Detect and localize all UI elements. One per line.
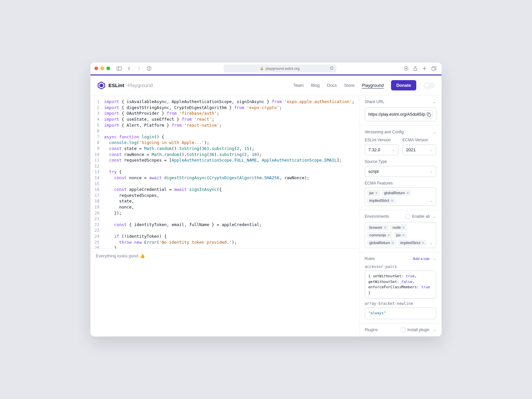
tabs-icon[interactable] (430, 65, 438, 72)
svg-marker-10 (99, 83, 103, 87)
privacy-shield-icon[interactable] (145, 65, 153, 72)
share-icon[interactable] (412, 65, 419, 72)
chevron-down-icon[interactable]: ⌄ (433, 130, 436, 134)
share-url-field[interactable]: https://play.eslint.org/A5do85Ip (365, 107, 436, 121)
remove-tag-icon[interactable]: ✕ (391, 241, 394, 245)
share-url-text: https://play.eslint.org/A5do85Ip (368, 112, 425, 117)
theme-toggle[interactable] (424, 82, 435, 88)
remove-tag-icon[interactable]: ✕ (402, 233, 405, 237)
chevron-down-icon[interactable]: ⌄ (433, 328, 436, 332)
source-type-label: Source Type (365, 159, 436, 164)
new-tab-icon[interactable] (421, 65, 428, 72)
sidebar-toggle-icon[interactable] (115, 65, 123, 72)
chevron-down-icon[interactable]: ⌄ (433, 214, 436, 219)
body: 1 2 3 4 5 6 7 8 9 10 11 12 13 14 15 16 1… (90, 95, 442, 336)
tag-node[interactable]: node ✕ (390, 224, 407, 230)
chevron-down-icon[interactable]: ⌄ (433, 99, 436, 104)
section-versioning: Versioning and Config ⌄ ESLint Version 7… (359, 126, 442, 210)
section-plugins: Plugins Install plugin ⌄ (359, 324, 442, 336)
config-sidebar: Share URL ⌄ https://play.eslint.org/A5do… (359, 95, 442, 336)
remove-tag-icon[interactable]: ✕ (391, 199, 393, 202)
environments-tagbox[interactable]: browser ✕node ✕commonjs ✕jsx ✕globalRetu… (365, 222, 436, 248)
install-plugin-checkbox[interactable]: Install plugin (401, 328, 430, 332)
rule-config[interactable]: { setWithoutGet: true, getWithoutSet: fa… (365, 271, 436, 299)
copy-icon[interactable] (425, 110, 433, 118)
back-button[interactable] (125, 65, 133, 72)
editor-pane: 1 2 3 4 5 6 7 8 9 10 11 12 13 14 15 16 1… (90, 95, 359, 336)
status-bar: Everything looks good 👍 (90, 248, 359, 263)
nav-link-docs[interactable]: Docs (327, 83, 337, 88)
rule-name: array-bracket-newline (365, 301, 436, 306)
nav-link-blog[interactable]: Blog (311, 83, 320, 88)
chevron-down-icon: ⌄ (430, 199, 434, 203)
ecma-features-label: ECMA Features (365, 181, 436, 186)
plugins-label: Plugins (365, 328, 378, 332)
source-type-select[interactable]: script ⌄ (365, 166, 436, 177)
tag-browser[interactable]: browser ✕ (367, 224, 389, 230)
nav-link-playground[interactable]: Playground (362, 83, 384, 88)
close-window-button[interactable] (94, 66, 98, 70)
section-rules: Rules Add a rule ⌄ accessor-pairs{ setWi… (359, 252, 442, 324)
tag-impliedStrict[interactable]: impliedStrict ✕ (367, 198, 396, 203)
remove-tag-icon[interactable]: ✕ (387, 233, 390, 237)
svg-rect-0 (117, 66, 121, 70)
share-url-label: Share URL (365, 99, 384, 104)
svg-rect-8 (432, 67, 435, 70)
nav-link-store[interactable]: Store (344, 83, 354, 88)
tag-commonjs[interactable]: commonjs ✕ (367, 232, 392, 238)
nav: TeamBlogDocsStorePlaygroundDonate (293, 80, 435, 90)
section-share: Share URL ⌄ https://play.eslint.org/A5do… (359, 95, 442, 126)
chevron-down-icon: ⌄ (430, 169, 433, 174)
url-field[interactable]: 🔒 playground.eslint.org (223, 65, 336, 72)
brand-name: ESLint (108, 82, 124, 88)
svg-rect-11 (428, 114, 431, 116)
reload-icon[interactable] (330, 66, 334, 71)
chevron-down-icon: ⌄ (392, 148, 395, 152)
tag-globalReturn[interactable]: globalReturn ✕ (382, 190, 411, 196)
eslint-version-label: ESLint Version (365, 138, 399, 142)
eslint-version-select[interactable]: 7.32.0 ⌄ (365, 144, 399, 155)
chevron-down-icon: ⌄ (430, 241, 434, 245)
chevron-down-icon[interactable]: ⌄ (433, 256, 436, 261)
browser-window: 🔒 playground.eslint.org (90, 63, 442, 336)
remove-tag-icon[interactable]: ✕ (422, 241, 424, 245)
remove-tag-icon[interactable]: ✕ (402, 226, 405, 229)
lock-icon: 🔒 (260, 67, 264, 70)
rule-config[interactable]: "always" (365, 308, 436, 319)
maximize-window-button[interactable] (106, 66, 110, 70)
brand-sub: Playground (128, 82, 153, 88)
eslint-logo-icon (97, 81, 106, 90)
code-editor[interactable]: 1 2 3 4 5 6 7 8 9 10 11 12 13 14 15 16 1… (90, 95, 359, 248)
tag-jsx[interactable]: jsx ✕ (394, 232, 407, 238)
remove-tag-icon[interactable]: ✕ (384, 226, 386, 229)
titlebar: 🔒 playground.eslint.org (90, 63, 442, 74)
ecma-features-tagbox[interactable]: jsx ✕globalReturn ✕impliedStrict ✕⌄ (365, 188, 436, 206)
tag-jsx[interactable]: jsx ✕ (367, 190, 380, 196)
url-text: playground.eslint.org (266, 66, 300, 70)
nav-link-team[interactable]: Team (293, 83, 304, 88)
environments-label: Environments (365, 214, 389, 219)
ecma-version-select[interactable]: 2021 ⌄ (402, 144, 436, 155)
tag-globalReturn[interactable]: globalReturn ✕ (367, 240, 396, 246)
add-rule-link[interactable]: Add a rule (413, 257, 430, 261)
traffic-lights (94, 66, 110, 70)
forward-button[interactable] (135, 65, 143, 72)
line-gutter: 1 2 3 4 5 6 7 8 9 10 11 12 13 14 15 16 1… (90, 95, 102, 248)
remove-tag-icon[interactable]: ✕ (406, 191, 409, 195)
brand[interactable]: ESLint Playground (97, 81, 153, 90)
download-icon[interactable] (402, 65, 410, 72)
versioning-label: Versioning and Config (365, 130, 404, 134)
donate-button[interactable]: Donate (391, 80, 416, 90)
app-header: ESLint Playground TeamBlogDocsStorePlayg… (90, 75, 442, 95)
ecma-version-label: ECMA Version (402, 138, 436, 142)
enable-all-checkbox[interactable]: Enable all (405, 214, 430, 219)
section-environments: Environments Enable all ⌄ browser ✕node … (359, 210, 442, 252)
remove-tag-icon[interactable]: ✕ (375, 191, 378, 195)
rules-label: Rules (365, 256, 375, 261)
tag-impliedStrict[interactable]: impliedStrict ✕ (398, 240, 427, 246)
code-content[interactable]: import { isAvailableAsync, AppleAuthenti… (102, 95, 359, 248)
rule-name: accessor-pairs (365, 264, 436, 269)
minimize-window-button[interactable] (100, 66, 104, 70)
chevron-down-icon: ⌄ (430, 148, 433, 152)
